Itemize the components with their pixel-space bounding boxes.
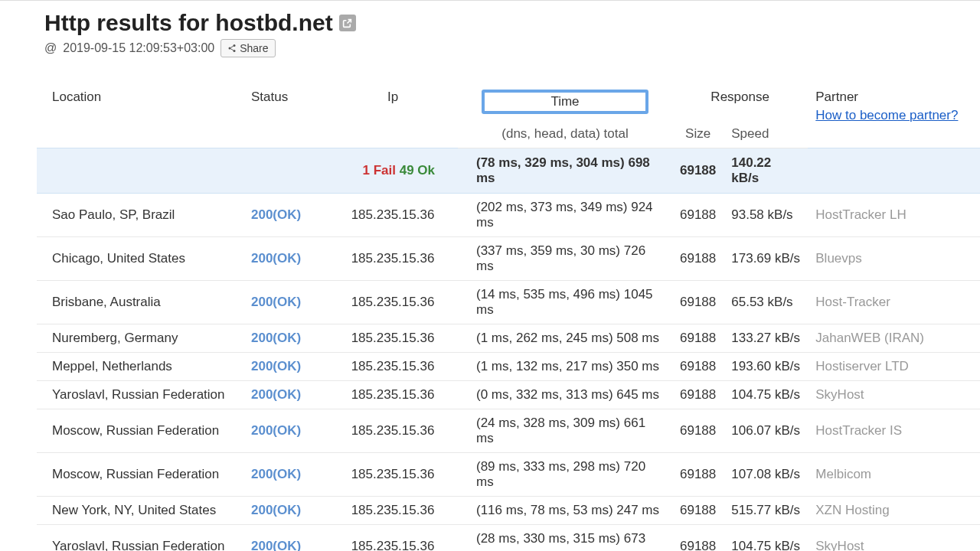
table-row: Yaroslavl, Russian Federation200(OK)185.… [37,381,980,409]
svg-point-2 [234,50,236,52]
cell-status[interactable]: 200(OK) [243,381,328,409]
cell-location: Sao Paulo, SP, Brazil [37,194,243,237]
table-row: Moscow, Russian Federation200(OK)185.235… [37,453,980,497]
cell-time: (0 ms, 332 ms, 313 ms) 645 ms [458,381,672,409]
cell-status[interactable]: 200(OK) [243,281,328,324]
results-table: Location Status Ip Time Response Partner… [37,83,980,551]
th-time[interactable]: Time [458,83,672,120]
cell-ip: 185.235.15.36 [328,237,458,281]
cell-status[interactable]: 200(OK) [243,497,328,525]
cell-time: (89 ms, 333 ms, 298 ms) 720 ms [458,453,672,497]
table-header: Location Status Ip Time Response Partner… [37,83,980,148]
cell-ip: 185.235.15.36 [328,194,458,237]
table-row: Sao Paulo, SP, Brazil200(OK)185.235.15.3… [37,194,980,237]
cell-status[interactable]: 200(OK) [243,525,328,552]
cell-partner[interactable]: Melbicom [808,453,980,497]
cell-time: (24 ms, 328 ms, 309 ms) 661 ms [458,409,672,453]
cell-size: 69188 [672,194,724,237]
cell-size: 69188 [672,353,724,381]
page-container: Http results for hostbd.net @ 2019-09-15… [0,0,980,551]
cell-ip: 185.235.15.36 [328,281,458,324]
cell-ip: 185.235.15.36 [328,453,458,497]
cell-speed: 173.69 kB/s [724,237,808,281]
partner-link[interactable]: How to become partner? [815,108,972,123]
summary-ok: 49 Ok [400,163,435,178]
cell-time: (1 ms, 132 ms, 217 ms) 350 ms [458,353,672,381]
cell-time: (116 ms, 78 ms, 53 ms) 247 ms [458,497,672,525]
cell-location: Nuremberg, Germany [37,324,243,353]
summary-status: 1 Fail 49 Ok [37,148,458,194]
cell-location: Yaroslavl, Russian Federation [37,381,243,409]
cell-status[interactable]: 200(OK) [243,194,328,237]
share-button[interactable]: Share [220,39,275,57]
table-row: Meppel, Netherlands200(OK)185.235.15.36(… [37,353,980,381]
th-time-highlight: Time [482,90,648,114]
cell-ip: 185.235.15.36 [328,409,458,453]
cell-ip: 185.235.15.36 [328,525,458,552]
cell-partner[interactable]: SkyHost [808,381,980,409]
cell-ip: 185.235.15.36 [328,381,458,409]
cell-location: Brisbane, Australia [37,281,243,324]
external-link-icon[interactable] [339,15,356,31]
cell-ip: 185.235.15.36 [328,497,458,525]
cell-status[interactable]: 200(OK) [243,324,328,353]
cell-size: 69188 [672,525,724,552]
cell-size: 69188 [672,381,724,409]
cell-partner[interactable]: Host-Tracker [808,281,980,324]
cell-ip: 185.235.15.36 [328,324,458,353]
header: Http results for hostbd.net @ 2019-09-15… [0,1,980,62]
th-location[interactable]: Location [37,83,243,148]
th-ip[interactable]: Ip [328,83,458,148]
cell-speed: 193.60 kB/s [724,353,808,381]
cell-speed: 104.75 kB/s [724,381,808,409]
page-title-text: Http results for hostbd.net [44,10,333,36]
cell-speed: 515.77 kB/s [724,497,808,525]
summary-time: (78 ms, 329 ms, 304 ms) 698 ms [458,148,672,194]
cell-status[interactable]: 200(OK) [243,409,328,453]
cell-partner[interactable]: HostTracker IS [808,409,980,453]
cell-location: Meppel, Netherlands [37,353,243,381]
cell-time: (14 ms, 535 ms, 496 ms) 1045 ms [458,281,672,324]
summary-row: 1 Fail 49 Ok (78 ms, 329 ms, 304 ms) 698… [37,148,980,194]
cell-partner[interactable]: Bluevps [808,237,980,281]
th-speed[interactable]: Speed [724,120,808,148]
cell-status[interactable]: 200(OK) [243,453,328,497]
cell-size: 69188 [672,237,724,281]
th-partner-label: Partner [815,90,858,104]
share-label: Share [240,42,268,54]
cell-partner[interactable]: HostTracker LH [808,194,980,237]
table-row: Nuremberg, Germany200(OK)185.235.15.36(1… [37,324,980,353]
cell-location: Moscow, Russian Federation [37,453,243,497]
cell-speed: 93.58 kB/s [724,194,808,237]
th-size[interactable]: Size [672,120,724,148]
table-row: Yaroslavl, Russian Federation200(OK)185.… [37,525,980,552]
timestamp-prefix: @ [44,41,57,55]
page-title: Http results for hostbd.net [44,10,356,36]
cell-size: 69188 [672,324,724,353]
cell-status[interactable]: 200(OK) [243,237,328,281]
svg-point-1 [229,47,231,50]
cell-partner[interactable]: XZN Hosting [808,497,980,525]
cell-location: New York, NY, United States [37,497,243,525]
th-response[interactable]: Response [672,83,808,120]
cell-partner[interactable]: JahanWEB (IRAN) [808,324,980,353]
cell-partner[interactable]: Hostiserver LTD [808,353,980,381]
cell-time: (1 ms, 262 ms, 245 ms) 508 ms [458,324,672,353]
th-status[interactable]: Status [243,83,328,148]
cell-size: 69188 [672,409,724,453]
timestamp: 2019-09-15 12:09:53+03:00 [63,41,214,55]
cell-speed: 65.53 kB/s [724,281,808,324]
cell-partner[interactable]: SkyHost [808,525,980,552]
cell-speed: 104.75 kB/s [724,525,808,552]
cell-size: 69188 [672,497,724,525]
cell-status[interactable]: 200(OK) [243,353,328,381]
cell-location: Moscow, Russian Federation [37,409,243,453]
cell-speed: 133.27 kB/s [724,324,808,353]
table-row: New York, NY, United States200(OK)185.23… [37,497,980,525]
table-row: Moscow, Russian Federation200(OK)185.235… [37,409,980,453]
summary-speed: 140.22 kB/s [724,148,808,194]
cell-location: Yaroslavl, Russian Federation [37,525,243,552]
cell-time: (202 ms, 373 ms, 349 ms) 924 ms [458,194,672,237]
th-partner: Partner How to become partner? [808,83,980,148]
table-row: Chicago, United States200(OK)185.235.15.… [37,237,980,281]
